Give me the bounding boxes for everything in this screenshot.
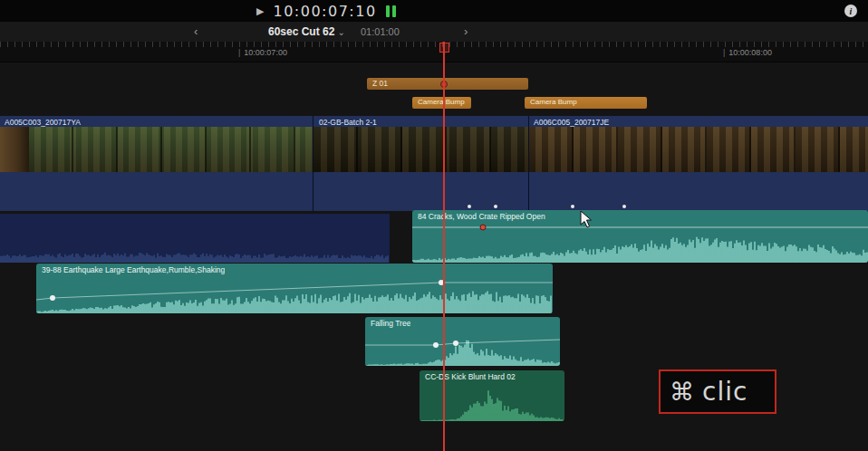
video-clip-name: A006C005_200717JE (534, 118, 609, 127)
info-icon[interactable]: i (844, 5, 857, 17)
previous-project-button[interactable]: ‹ (194, 24, 198, 38)
clip-camera-bump-2[interactable]: Camera Bump (525, 97, 647, 109)
clip-edge[interactable] (528, 116, 529, 211)
audio-clip-embedded[interactable] (0, 214, 390, 263)
playhead[interactable] (443, 42, 445, 451)
clip-edge[interactable] (313, 116, 313, 211)
video-thumbnail (29, 127, 313, 172)
video-clip-name: A005C003_200717YA (5, 118, 81, 127)
video-track[interactable]: A005C003_200717YA 02-GB-Batch 2-1 A006C0… (0, 116, 868, 211)
clip-z01[interactable]: Z 01 (367, 78, 528, 90)
audio-clip-kick[interactable]: CC-DS Kick Blunt Hard 02 (420, 370, 564, 421)
playhead-handle[interactable] (439, 43, 449, 53)
pause-icon (386, 5, 396, 17)
keyframe-dot[interactable] (468, 205, 471, 208)
ruler-timecode-label: |10:00:08:00 (723, 48, 772, 57)
ruler-timecode-label: |10:00:07:00 (238, 48, 287, 57)
shortcut-text: clic (702, 377, 747, 407)
video-thumbnail-strip (0, 127, 868, 172)
clip-name: Falling Tree (371, 319, 410, 328)
audio-waveform (0, 232, 390, 263)
clip-name: 84 Cracks, Wood Crate Ripped Open (418, 212, 545, 221)
fcpx-timeline-window: ▶ 10:00:07:10 i ‹ 60sec Cut 62⌄ 01:01:00… (0, 0, 868, 451)
project-duration: 01:01:00 (361, 26, 400, 37)
audio-clip-falling-tree[interactable]: Falling Tree (365, 317, 560, 366)
audio-waveform (365, 331, 560, 366)
keyframe-dot[interactable] (494, 205, 497, 208)
project-name-label: 60sec Cut 62 (268, 25, 334, 38)
audio-clip-cracks[interactable]: 84 Cracks, Wood Crate Ripped Open (412, 210, 868, 263)
chevron-down-icon: ⌄ (337, 27, 344, 37)
clip-name: CC-DS Kick Blunt Hard 02 (425, 372, 516, 381)
ruler-tick: | (723, 48, 725, 57)
audio-waveform (36, 279, 553, 313)
mouse-cursor-icon (580, 210, 593, 228)
clip-name: Camera Bump (418, 98, 465, 106)
command-key-icon: ⌘ (670, 378, 694, 407)
video-thumbnail (0, 127, 30, 172)
current-timecode: 10:00:07:10 (273, 3, 376, 20)
audio-clip-earthquake[interactable]: 39-88 Earthquake Large Earthquake,Rumble… (36, 264, 553, 313)
audio-waveform (420, 385, 564, 421)
ruler-tick: | (238, 48, 240, 57)
video-thumbnail (529, 127, 868, 172)
video-thumbnail (313, 127, 528, 172)
clip-camera-bump-1[interactable]: Camera Bump (412, 97, 471, 109)
project-name-dropdown[interactable]: 60sec Cut 62⌄ (268, 25, 345, 38)
timecode-group: ▶ 10:00:07:10 (256, 0, 396, 22)
header-bar: ▶ 10:00:07:10 i (0, 0, 868, 23)
play-icon[interactable]: ▶ (256, 5, 264, 17)
project-nav-bar: ‹ 60sec Cut 62⌄ 01:01:00 › (0, 22, 868, 43)
next-project-button[interactable]: › (464, 24, 468, 38)
timeline-ruler[interactable]: |10:00:07:00 |10:00:08:00 (0, 42, 868, 62)
clip-name: Camera Bump (530, 98, 577, 106)
clip-name: Z 01 (372, 79, 388, 88)
clip-name: 39-88 Earthquake Large Earthquake,Rumble… (42, 265, 225, 274)
video-clip-name: 02-GB-Batch 2-1 (319, 118, 377, 127)
keyframe-dot[interactable] (622, 205, 626, 208)
audio-waveform (412, 226, 868, 263)
keyframe-dot[interactable] (571, 205, 574, 208)
shortcut-overlay: ⌘ clic (659, 369, 776, 414)
